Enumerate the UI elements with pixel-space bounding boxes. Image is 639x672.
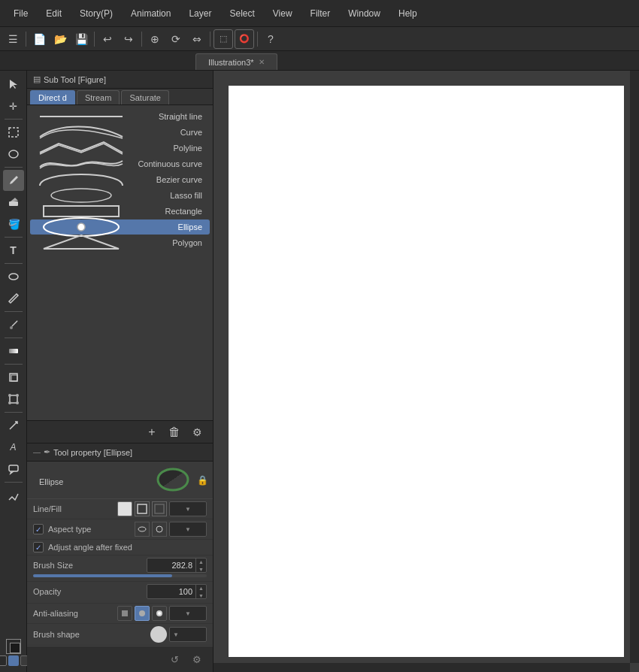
brush-size-slider-fill	[33, 574, 172, 577]
menu-edit[interactable]: Edit	[38, 5, 69, 22]
brush-shape-controls: ▼	[150, 626, 207, 643]
menu-layer[interactable]: Layer	[181, 5, 219, 22]
tool-lasso[interactable]	[3, 144, 24, 165]
aspect-icon-1[interactable]	[135, 522, 150, 537]
subtool-delete-btn[interactable]: 🗑	[165, 422, 184, 442]
svg-text:🪣: 🪣	[8, 218, 20, 230]
sub-tool-bottom: + 🗑 ⚙	[27, 420, 213, 443]
speech-icon	[8, 463, 20, 475]
scrollbar-horizontal[interactable]	[214, 663, 630, 672]
toolbar-transform[interactable]: ⊕	[145, 29, 165, 49]
aa-btn-strong[interactable]	[152, 606, 167, 621]
toolbar-menu-btn[interactable]: ☰	[3, 29, 23, 49]
tool-item-polygon[interactable]: Polygon	[30, 235, 210, 250]
color-swatch-bg[interactable]	[6, 639, 21, 654]
tool-gradient[interactable]	[3, 341, 24, 362]
subtool-tab-direct[interactable]: Direct d	[30, 90, 75, 104]
brush-size-up[interactable]: ▲	[196, 558, 206, 565]
tool-figure[interactable]	[3, 266, 24, 287]
subtool-tab-stream[interactable]: Stream	[77, 90, 120, 104]
toolbar-new[interactable]: 📄	[29, 29, 49, 49]
fill-color-btn[interactable]	[135, 501, 150, 516]
toolbar-save[interactable]: 💾	[71, 29, 91, 49]
color-active[interactable]	[8, 655, 19, 666]
toolbar-redo[interactable]: ↪	[119, 29, 138, 49]
lasso-icon	[8, 148, 20, 160]
tab-close-icon[interactable]: ✕	[259, 58, 265, 66]
brush-size-down[interactable]: ▼	[196, 565, 206, 573]
tool-ruler[interactable]	[3, 288, 24, 309]
aa-dropdown-arrow-icon: ▼	[185, 610, 191, 617]
aa-btn-none[interactable]	[117, 606, 132, 621]
tab-illustration3[interactable]: Illustration3* ✕	[195, 53, 277, 70]
edit-mix-icon	[8, 489, 20, 501]
color-transparent[interactable]	[0, 655, 7, 666]
toolbar-help[interactable]: ?	[261, 29, 280, 49]
icon-sep-6	[5, 338, 23, 338]
brush-size-slider[interactable]	[33, 574, 207, 577]
brush-shape-dropdown[interactable]: ▼	[169, 627, 207, 642]
subtool-settings-btn[interactable]: ⚙	[187, 422, 207, 442]
aspect-type-dropdown[interactable]: ▼	[169, 522, 207, 537]
tool-move[interactable]: ✛	[3, 95, 24, 117]
svg-point-19	[77, 223, 85, 231]
tool-transform[interactable]	[3, 389, 24, 410]
main-layout: ✛ 🪣	[0, 71, 639, 672]
ellipse-lock-icon[interactable]: 🔒	[197, 475, 208, 486]
aspect-type-checkbox[interactable]	[33, 524, 44, 534]
line-color-btn[interactable]	[117, 501, 132, 516]
svg-point-29	[158, 612, 161, 615]
no-fill-btn[interactable]	[152, 501, 167, 516]
scrollbar-vertical[interactable]	[630, 71, 639, 663]
menu-window[interactable]: Window	[341, 5, 388, 22]
tool-text[interactable]: T	[3, 240, 24, 261]
svg-point-27	[139, 610, 145, 616]
toolbar-rotate[interactable]: ⟳	[166, 29, 186, 49]
tool-speech[interactable]	[3, 459, 24, 480]
menu-storyp[interactable]: Story(P)	[72, 5, 120, 22]
brush-size-input[interactable]: 282.8 ▲ ▼	[147, 558, 207, 573]
tool-edit-mix[interactable]	[3, 485, 24, 506]
line-fill-dropdown[interactable]: ▼	[169, 501, 207, 516]
tool-arrow[interactable]	[3, 415, 24, 436]
opacity-up[interactable]: ▲	[196, 584, 206, 592]
toolbar-flip[interactable]: ⇔	[187, 29, 207, 49]
toolbar-undo[interactable]: ↩	[98, 29, 117, 49]
menu-select[interactable]: Select	[222, 5, 262, 22]
adjust-angle-checkbox[interactable]	[33, 542, 44, 552]
subtool-tab-saturate[interactable]: Saturate	[121, 90, 169, 104]
toolbar-select-lasso[interactable]: ⭕	[235, 29, 254, 49]
menu-help[interactable]: Help	[391, 5, 425, 22]
opacity-input[interactable]: 100 ▲ ▼	[147, 584, 207, 599]
color-swatch-fg[interactable]	[10, 643, 20, 653]
panel-min-btn[interactable]: —	[33, 448, 41, 456]
tool-eyedrop[interactable]	[3, 314, 24, 335]
opacity-row: Opacity 100 ▲ ▼	[27, 582, 213, 604]
icon-sep-5	[5, 311, 23, 312]
aspect-icon-2[interactable]	[152, 522, 167, 537]
svg-rect-9	[11, 375, 17, 381]
tool-text2[interactable]: A	[3, 437, 24, 458]
brush-shape-circle[interactable]	[150, 626, 167, 643]
tp-bottom-btn-2[interactable]: ⚙	[187, 649, 207, 669]
subtool-add-btn[interactable]: +	[142, 422, 162, 442]
tool-eraser[interactable]	[3, 192, 24, 213]
menu-file[interactable]: File	[6, 5, 35, 22]
toolbar-select-rect[interactable]: ⬚	[214, 29, 233, 49]
tp-bottom-btn-1[interactable]: ↺	[165, 649, 184, 669]
svg-point-10	[8, 394, 11, 397]
anti-aliasing-label: Anti-aliasing	[33, 609, 117, 618]
tool-select[interactable]	[3, 122, 24, 143]
opacity-down[interactable]: ▼	[196, 592, 206, 599]
menu-filter[interactable]: Filter	[303, 5, 338, 22]
menu-view[interactable]: View	[265, 5, 300, 22]
color-row	[0, 655, 31, 666]
tool-fill[interactable]: 🪣	[3, 213, 24, 235]
tool-cursor[interactable]	[3, 74, 24, 95]
aa-btn-weak[interactable]	[135, 606, 150, 621]
tool-3d[interactable]	[3, 367, 24, 388]
toolbar-open[interactable]: 📂	[50, 29, 70, 49]
menu-animation[interactable]: Animation	[123, 5, 178, 22]
tool-pen[interactable]	[3, 170, 24, 191]
aa-dropdown[interactable]: ▼	[169, 606, 207, 621]
